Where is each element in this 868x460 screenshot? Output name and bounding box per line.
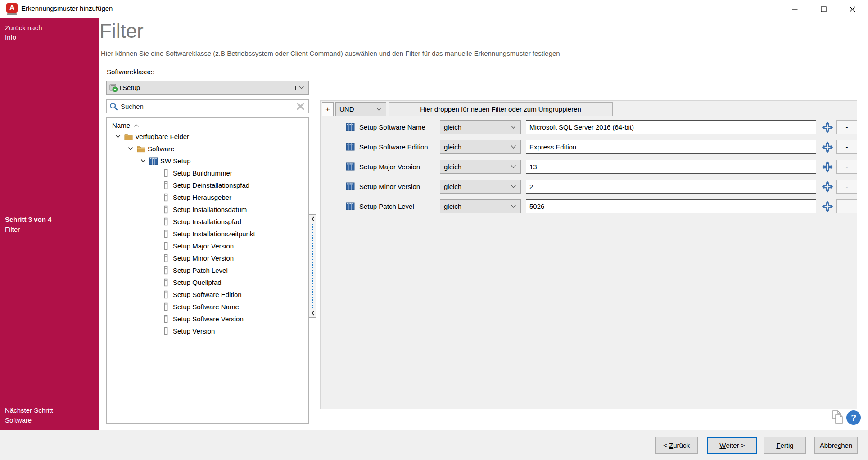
condition-operator-select[interactable]: gleich (440, 120, 521, 134)
tree-node[interactable]: Setup Quellpfad (107, 276, 308, 289)
remove-condition-button[interactable]: - (836, 160, 857, 174)
filter-condition-row: Setup Software Name gleich - (321, 120, 857, 134)
chevron-down-icon[interactable] (376, 107, 382, 111)
wizard-sidebar: Zurück nach Info Schritt 3 von 4 Filter … (0, 18, 99, 430)
software-class-label: Softwareklasse: (107, 68, 154, 76)
chevron-down-icon[interactable] (511, 165, 516, 169)
condition-operator-select[interactable]: gleich (440, 180, 521, 194)
tree-node[interactable]: Setup Installationsdatum (107, 203, 308, 216)
field-icon (161, 169, 172, 177)
splitter-grip[interactable] (312, 224, 313, 308)
chevron-down-icon[interactable] (126, 147, 136, 151)
minimize-icon (792, 6, 798, 12)
wizard-step-indicator: Schritt 3 von 4 Filter (5, 215, 51, 235)
maximize-button[interactable] (809, 0, 838, 18)
filter-condition-row: Setup Patch Level gleich - (321, 199, 857, 213)
remove-condition-button[interactable]: - (836, 140, 857, 154)
collapse-left-icon[interactable] (311, 216, 315, 221)
next-button[interactable]: Weiter > (707, 437, 757, 454)
tree-node[interactable]: Setup Software Edition (107, 289, 308, 301)
condition-field-label: Setup Software Name (359, 120, 425, 134)
condition-value-input[interactable] (526, 180, 816, 194)
back-button[interactable]: < Zurück (655, 437, 698, 454)
tree-column-header[interactable]: Name (107, 120, 308, 131)
condition-operator-select[interactable]: gleich (440, 160, 521, 174)
tree-node[interactable]: Verfügbare Felder (107, 131, 308, 143)
condition-operator-value: gleich (444, 203, 508, 210)
move-handle-icon[interactable] (822, 141, 833, 153)
tree-node[interactable]: Setup Software Version (107, 313, 308, 325)
condition-field-label: Setup Minor Version (359, 180, 420, 194)
chevron-down-icon[interactable] (511, 125, 516, 129)
move-handle-icon[interactable] (822, 161, 833, 173)
tree-node[interactable]: Setup Minor Version (107, 252, 308, 264)
condition-field-label: Setup Patch Level (359, 199, 414, 213)
chevron-down-icon[interactable] (138, 159, 148, 163)
chevron-down-icon[interactable] (298, 86, 304, 90)
condition-value-input[interactable] (526, 120, 816, 134)
condition-operator-value: gleich (444, 163, 508, 171)
back-nav-link[interactable]: Zurück nach Info (5, 23, 42, 42)
software-class-select[interactable]: Setup (106, 81, 309, 95)
finish-button[interactable]: Fertig (764, 437, 806, 454)
minimize-button[interactable] (780, 0, 809, 18)
cancel-button[interactable]: Abbrechen (814, 437, 858, 454)
field-icon (161, 193, 172, 202)
field-icon (161, 327, 172, 335)
chevron-down-icon[interactable] (511, 204, 516, 208)
tree-node[interactable]: SW Setup (107, 155, 308, 167)
tree-node[interactable]: Setup Software Name (107, 301, 308, 313)
field-icon (161, 217, 172, 226)
condition-value-input[interactable] (526, 140, 816, 154)
tree-node[interactable]: Software (107, 143, 308, 155)
column-icon (346, 162, 355, 171)
add-condition-button[interactable]: + (322, 102, 334, 116)
tree-node[interactable]: Setup Patch Level (107, 264, 308, 276)
clear-search-icon[interactable] (296, 102, 305, 111)
remove-condition-button[interactable]: - (836, 180, 857, 194)
group-operator-select[interactable]: UND (335, 102, 386, 116)
chevron-down-icon[interactable] (113, 135, 123, 139)
search-icon (109, 102, 118, 111)
tree-node[interactable]: Setup Installationspfad (107, 216, 308, 228)
window-title: Erkennungsmuster hinzufügen (21, 5, 113, 12)
collapse-left-icon[interactable] (311, 311, 315, 316)
tree-node[interactable]: Setup Buildnummer (107, 167, 308, 179)
move-handle-icon[interactable] (822, 181, 833, 193)
copy-icon[interactable] (831, 410, 845, 425)
column-icon (346, 142, 355, 151)
condition-value-input[interactable] (526, 199, 816, 213)
chevron-down-icon[interactable] (511, 145, 516, 149)
condition-value-input[interactable] (526, 160, 816, 174)
group-operator-value: UND (339, 105, 373, 113)
chevron-down-icon[interactable] (511, 185, 516, 189)
panel-splitter[interactable] (309, 214, 316, 318)
step-title: Schritt 3 von 4 (5, 215, 51, 225)
page-title: Filter (99, 20, 144, 42)
field-icon (161, 266, 172, 275)
condition-field-label: Setup Software Edition (359, 140, 428, 154)
move-handle-icon[interactable] (822, 201, 833, 212)
help-button[interactable]: ? (846, 410, 861, 425)
tree-node[interactable]: Setup Installationszeitpunkt (107, 228, 308, 240)
condition-operator-select[interactable]: gleich (440, 140, 521, 154)
close-button[interactable] (838, 0, 867, 18)
condition-operator-value: gleich (444, 143, 508, 151)
remove-condition-button[interactable]: - (836, 199, 857, 213)
field-icon (161, 254, 172, 262)
tree-node[interactable]: Setup Major Version (107, 240, 308, 252)
search-input[interactable] (121, 103, 296, 110)
tree-node[interactable]: Setup Version (107, 325, 308, 337)
filter-condition-row: Setup Software Edition gleich - (321, 140, 857, 154)
page-subtitle: Hier können Sie eine Softwareklasse (z.B… (101, 50, 560, 57)
condition-operator-value: gleich (444, 123, 508, 131)
tree-node[interactable]: Setup Herausgeber (107, 191, 308, 203)
move-handle-icon[interactable] (822, 122, 833, 133)
remove-condition-button[interactable]: - (836, 120, 857, 134)
condition-operator-select[interactable]: gleich (440, 199, 521, 213)
tree-node[interactable]: Setup Deinstallationspfad (107, 179, 308, 191)
field-icon (161, 181, 172, 189)
folder-icon (123, 133, 134, 140)
maximize-icon (821, 6, 827, 12)
filter-drop-zone[interactable]: Hier droppen für neuen Filter oder zum U… (389, 102, 613, 116)
